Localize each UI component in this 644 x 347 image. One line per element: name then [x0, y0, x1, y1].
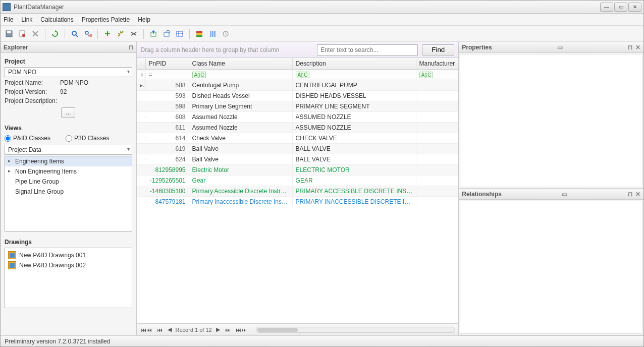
- color-rows-icon[interactable]: [194, 28, 205, 39]
- table-row[interactable]: -1460305100Primary Accessible Discrete I…: [137, 186, 459, 197]
- project-combo[interactable]: PDM NPO: [5, 67, 132, 77]
- search-input[interactable]: [317, 44, 418, 55]
- cell-manufacturer: [416, 169, 459, 171]
- cell-class: Dished Heads Vessel: [189, 91, 293, 100]
- filter-desc[interactable]: A▯C: [293, 70, 416, 80]
- table-row[interactable]: 611Assumed NozzleASSUMED NOZZLE: [137, 123, 459, 133]
- cell-class: Centrifugal Pump: [189, 81, 293, 90]
- col-manufacturer[interactable]: Manufacturer: [416, 58, 459, 69]
- properties-close-icon[interactable]: ✕: [635, 44, 640, 51]
- table-row[interactable]: 614Check ValveCHECK VALVE: [137, 133, 459, 144]
- more-button[interactable]: ...: [61, 107, 75, 118]
- tree-combo[interactable]: Project Data: [5, 145, 132, 155]
- cell-class: Electric Motor: [189, 165, 293, 175]
- horizontal-scrollbar[interactable]: [256, 327, 456, 333]
- table-row[interactable]: 619Ball ValveBALL VALVE: [137, 144, 459, 154]
- refresh-icon[interactable]: [49, 28, 61, 39]
- grid-body: ▸588Centrifugal PumpCENTRIFUGAL PUMP593D…: [137, 80, 459, 323]
- filter-icon[interactable]: ♀: [137, 70, 146, 80]
- drawing-item[interactable]: New P&ID Drawings 002: [7, 260, 130, 270]
- relationships-title: Relationships: [462, 191, 502, 198]
- cell-pnpid: 847579181: [146, 197, 189, 206]
- table-icon[interactable]: [174, 28, 185, 39]
- table-row[interactable]: 847579181Primary Inaccessible Discrete I…: [137, 197, 459, 207]
- filter-pnpid[interactable]: =: [146, 70, 189, 80]
- new-doc-icon[interactable]: [17, 28, 28, 39]
- shuffle-icon[interactable]: [128, 28, 139, 39]
- menubar: File Link Calculations Properties Palett…: [1, 14, 643, 26]
- table-row[interactable]: 598Primary Line SegmentPRIMARY LINE SEGM…: [137, 101, 459, 112]
- col-class[interactable]: Class Name: [189, 58, 293, 69]
- nav-prev-icon[interactable]: ◀: [167, 326, 173, 333]
- cell-manufacturer: [416, 105, 459, 107]
- cell-pnpid: 812958995: [146, 165, 189, 175]
- table-row[interactable]: ▸588Centrifugal PumpCENTRIFUGAL PUMP: [137, 80, 459, 91]
- cell-class: Assumed Nozzle: [189, 123, 293, 132]
- tree-item[interactable]: Signal Line Group: [5, 187, 132, 197]
- minimize-button[interactable]: —: [600, 3, 613, 12]
- find-replace-icon[interactable]: AB: [82, 28, 93, 39]
- menu-file[interactable]: File: [4, 16, 13, 23]
- cell-desc: CHECK VALVE: [293, 134, 416, 143]
- titlebar: PlantDataManager — ▭ ✕: [1, 1, 643, 14]
- history-icon[interactable]: [220, 28, 231, 39]
- filter-manufacturer[interactable]: A▯C: [416, 70, 459, 80]
- find-button[interactable]: Find: [422, 44, 454, 55]
- svg-rect-16: [196, 35, 202, 37]
- relationships-pin-icon[interactable]: ⊓: [628, 191, 632, 198]
- menu-help[interactable]: Help: [138, 16, 150, 23]
- radio-pid-classes[interactable]: P&ID Classes: [5, 135, 50, 142]
- columns-icon[interactable]: [207, 28, 218, 39]
- maximize-button[interactable]: ▭: [614, 3, 627, 12]
- link-icon[interactable]: [115, 28, 126, 39]
- table-row[interactable]: 624Ball ValveBALL VALVE: [137, 154, 459, 165]
- save-icon[interactable]: [4, 28, 15, 39]
- close-button[interactable]: ✕: [628, 3, 641, 12]
- table-row[interactable]: 593Dished Heads VesselDISHED HEADS VESSE…: [137, 91, 459, 101]
- radio-p3d-classes[interactable]: P3D Classes: [66, 135, 109, 142]
- properties-panel: Properties ▭ ⊓ ✕: [459, 42, 643, 189]
- menu-link[interactable]: Link: [21, 16, 32, 23]
- nav-record-text: Record 1 of 12: [176, 327, 212, 333]
- col-pnpid[interactable]: PnPID: [146, 58, 189, 69]
- tree-item[interactable]: Pipe Line Group: [5, 177, 132, 187]
- nav-first-icon[interactable]: ⏮⏮: [140, 327, 153, 333]
- export-icon[interactable]: [148, 28, 159, 39]
- menu-calculations[interactable]: Calculations: [40, 16, 73, 23]
- cell-desc: BALL VALVE: [293, 144, 416, 153]
- row-marker: [137, 158, 146, 160]
- col-desc[interactable]: Description: [293, 58, 416, 69]
- nav-next-icon[interactable]: ▶: [215, 326, 221, 333]
- tree: Engineering ItemsNon Engineering ItemsPi…: [5, 156, 132, 232]
- cell-class: Gear: [189, 176, 293, 185]
- status-bar: Preliminary version 7.2.0.3721 installed: [1, 335, 643, 346]
- add-icon[interactable]: [102, 28, 113, 39]
- drawing-item[interactable]: New P&ID Drawings 001: [7, 250, 130, 260]
- relationships-restore-icon[interactable]: ▭: [562, 191, 567, 198]
- delete-icon[interactable]: [30, 28, 41, 39]
- svg-rect-9: [164, 32, 169, 36]
- table-row[interactable]: 812958995Electric MotorELECTRIC MOTOR: [137, 165, 459, 176]
- pin-icon[interactable]: ⊓: [129, 44, 133, 51]
- data-grid-panel: Drag a column header here to group by th…: [137, 42, 459, 335]
- import-icon[interactable]: [161, 28, 172, 39]
- tree-item[interactable]: Non Engineering Items: [5, 166, 132, 177]
- table-row[interactable]: 608Assumed NozzleASSUMED NOZZLE: [137, 112, 459, 123]
- properties-pin-icon[interactable]: ⊓: [628, 44, 632, 51]
- table-row[interactable]: -1295265501GearGEAR: [137, 176, 459, 186]
- row-marker: ▸: [137, 81, 146, 90]
- relationships-close-icon[interactable]: ✕: [635, 191, 640, 198]
- cell-class: Ball Valve: [189, 144, 293, 153]
- nav-next-page-icon[interactable]: ⏭: [224, 327, 232, 333]
- search-icon[interactable]: [69, 28, 80, 39]
- properties-restore-icon[interactable]: ▭: [557, 44, 563, 51]
- row-marker: [137, 116, 146, 118]
- nav-prev-page-icon[interactable]: ⏮: [156, 327, 164, 333]
- tree-item[interactable]: Engineering Items: [5, 156, 132, 166]
- svg-rect-19: [214, 31, 216, 37]
- svg-rect-14: [196, 31, 202, 33]
- cell-pnpid: -1295265501: [146, 176, 189, 185]
- menu-properties-palette[interactable]: Properties Palette: [82, 16, 130, 23]
- filter-class[interactable]: A▯C: [189, 70, 293, 80]
- nav-last-icon[interactable]: ⏭⏭: [235, 327, 248, 333]
